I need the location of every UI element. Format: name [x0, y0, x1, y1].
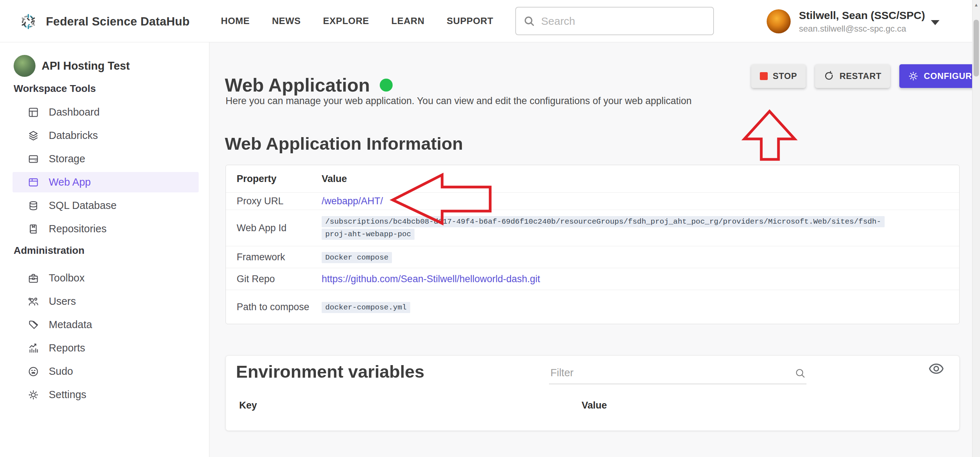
- page-title: Web Application: [225, 74, 370, 96]
- sidebar: API Hosting Test Workspace Tools Dashboa…: [0, 42, 209, 457]
- user-name: Stilwell, Sean (SSC/SPC): [799, 10, 925, 22]
- page-description: Here you can manage your web application…: [226, 96, 692, 107]
- top-navigation: HOME NEWS EXPLORE LEARN SUPPORT: [221, 0, 493, 42]
- nav-item-explore[interactable]: EXPLORE: [323, 16, 369, 27]
- column-header-property: Property: [226, 173, 321, 185]
- storage-icon: [28, 153, 39, 165]
- nav-item-learn[interactable]: LEARN: [391, 16, 425, 27]
- sidebar-item-metadata[interactable]: Metadata: [0, 313, 209, 336]
- sidebar-item-label: Toolbox: [49, 272, 84, 284]
- table-row-git-repo: Git Repo https://github.com/Sean-Stilwel…: [226, 268, 959, 290]
- sidebar-item-users[interactable]: Users: [0, 290, 209, 313]
- sidebar-item-label: Reports: [49, 342, 85, 354]
- gear-icon: [28, 389, 39, 401]
- sidebar-item-label: Dashboard: [49, 106, 100, 118]
- sidebar-list-workspace: Dashboard Databricks Storage: [0, 101, 209, 241]
- restart-icon: [824, 71, 834, 81]
- scrollbar-thumb[interactable]: [974, 20, 979, 77]
- table-header-row: Property Value: [226, 165, 959, 192]
- scrollbar-up-arrow-icon[interactable]: ▲: [972, 2, 980, 8]
- user-email: sean.stilwell@ssc-spc.gc.ca: [799, 24, 906, 34]
- sidebar-item-web-app[interactable]: Web App: [0, 171, 209, 194]
- sidebar-item-label: Settings: [49, 389, 86, 401]
- users-icon: [28, 296, 39, 307]
- database-icon: [28, 200, 39, 211]
- annotation-arrow-up: [739, 105, 802, 164]
- app-screen: Federal Science DataHub HOME NEWS EXPLOR…: [0, 0, 980, 457]
- restart-button[interactable]: RESTART: [815, 64, 890, 88]
- sidebar-item-label: Storage: [49, 153, 85, 165]
- sidebar-item-dashboard[interactable]: Dashboard: [0, 101, 209, 124]
- nav-item-support[interactable]: SUPPORT: [447, 16, 493, 27]
- briefcase-icon: [28, 272, 39, 284]
- sidebar-item-settings[interactable]: Settings: [0, 383, 209, 406]
- user-avatar[interactable]: [767, 10, 791, 34]
- framework-value: Docker compose: [321, 252, 392, 263]
- sidebar-item-label: SQL Database: [49, 200, 116, 211]
- toggle-values-visibility-button[interactable]: [928, 360, 945, 377]
- nav-item-news[interactable]: NEWS: [272, 16, 301, 27]
- sidebar-list-administration: Toolbox Users Metadata: [0, 266, 209, 406]
- sidebar-item-label: Repositories: [49, 223, 107, 235]
- table-row-framework: Framework Docker compose: [226, 246, 959, 268]
- sidebar-item-label: Users: [49, 296, 76, 307]
- status-running-indicator: [380, 78, 393, 91]
- path-to-compose-value: docker-compose.yml: [321, 302, 410, 313]
- workspace-avatar: [14, 55, 35, 77]
- stop-button[interactable]: STOP: [751, 64, 806, 88]
- sidebar-item-label: Databricks: [49, 129, 98, 141]
- browser-window-icon: [28, 177, 39, 188]
- user-menu-chevron-down-icon[interactable]: [931, 20, 939, 25]
- row-label: Path to compose: [226, 302, 321, 313]
- environment-variables-card: Environment variables Key Value: [226, 355, 959, 431]
- web-app-id-line1: /subscriptions/bc4bcb08-d617-49f4-b6af-6…: [321, 216, 885, 227]
- configure-button-label: CONFIGURE: [924, 71, 978, 81]
- sidebar-item-reports[interactable]: Reports: [0, 336, 209, 360]
- env-column-key: Key: [239, 400, 257, 411]
- configure-button[interactable]: CONFIGURE: [899, 64, 980, 88]
- web-app-id-line2: proj-aht-webapp-poc: [321, 228, 415, 240]
- filter-search-icon: [794, 367, 807, 379]
- row-label: Framework: [226, 252, 321, 263]
- row-label: Git Repo: [226, 273, 321, 285]
- sidebar-section-administration: Administration: [14, 245, 84, 256]
- workspace-name: API Hosting Test: [41, 59, 130, 72]
- git-repo-link[interactable]: https://github.com/Sean-Stilwell/hellowo…: [321, 273, 540, 284]
- nav-item-home[interactable]: HOME: [221, 16, 250, 27]
- env-filter-input[interactable]: [550, 366, 788, 379]
- sidebar-section-workspace-tools: Workspace Tools: [14, 83, 96, 94]
- sidebar-item-repositories[interactable]: Repositories: [0, 217, 209, 241]
- env-filter-field: [549, 365, 807, 384]
- env-column-value: Value: [582, 400, 607, 411]
- proxy-url-link[interactable]: /webapp/AHT/: [321, 196, 383, 206]
- tag-icon: [28, 319, 39, 331]
- eye-icon: [928, 360, 945, 377]
- top-header: Federal Science DataHub HOME NEWS EXPLOR…: [0, 0, 980, 42]
- env-section-heading: Environment variables: [236, 361, 425, 382]
- sidebar-item-storage[interactable]: Storage: [0, 147, 209, 171]
- brand-logo-icon: [18, 10, 39, 32]
- face-with-hand-icon: [28, 366, 39, 377]
- sidebar-item-toolbox[interactable]: Toolbox: [0, 266, 209, 290]
- sidebar-item-databricks[interactable]: Databricks: [0, 124, 209, 147]
- row-label: Web App Id: [226, 222, 321, 234]
- search-input[interactable]: [540, 15, 696, 28]
- vertical-scrollbar[interactable]: ▲: [972, 0, 980, 457]
- layers-icon: [28, 130, 39, 141]
- sidebar-item-sudo[interactable]: Sudo: [0, 360, 209, 383]
- restart-button-label: RESTART: [840, 71, 881, 81]
- stop-square-icon: [760, 72, 768, 80]
- table-row-proxy-url: Proxy URL /webapp/AHT/: [226, 192, 959, 210]
- sidebar-item-sql-database[interactable]: SQL Database: [0, 194, 209, 217]
- brand-title: Federal Science DataHub: [46, 15, 190, 28]
- column-header-value: Value: [321, 173, 959, 185]
- search-icon: [523, 15, 535, 27]
- configure-gear-icon: [908, 71, 919, 81]
- table-row-path-to-compose: Path to compose docker-compose.yml: [226, 290, 959, 324]
- book-icon: [28, 223, 39, 235]
- bar-chart-icon: [28, 342, 39, 354]
- global-search: [515, 7, 714, 35]
- sidebar-item-label: Metadata: [49, 319, 92, 331]
- dashboard-icon: [28, 107, 39, 118]
- page-title-row: Web Application: [225, 74, 393, 96]
